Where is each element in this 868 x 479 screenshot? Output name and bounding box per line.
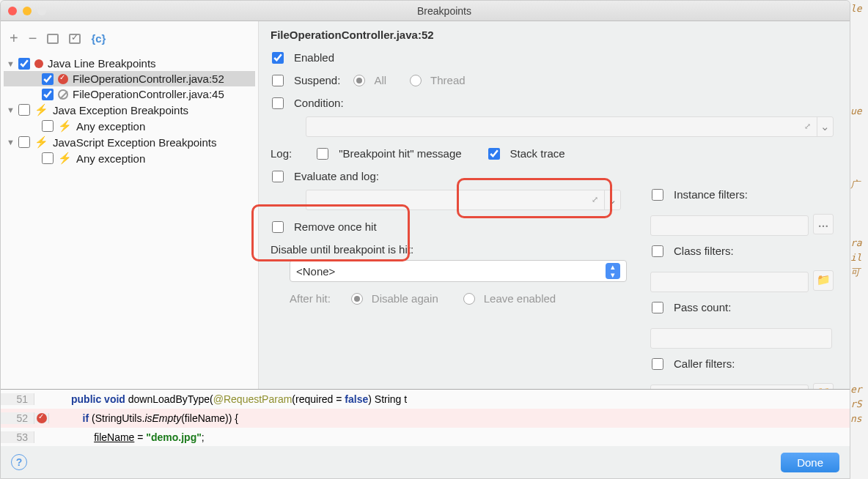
afterhit-label: After hit:: [290, 292, 331, 305]
select-value: <None>: [296, 265, 335, 278]
instancefilters-input[interactable]: [650, 215, 809, 236]
expand-icon[interactable]: ⤢: [804, 122, 811, 131]
remove-breakpoint-button[interactable]: −: [29, 30, 37, 47]
bp-checkbox[interactable]: [42, 73, 54, 85]
code-preview: 51 public void downLoadByType(@RequestPa…: [1, 389, 850, 446]
classfilters-input[interactable]: [650, 272, 809, 292]
zoom-window-button[interactable]: [37, 7, 46, 15]
log-label: Log:: [271, 147, 292, 160]
close-window-button[interactable]: [8, 7, 17, 15]
tree-label: Java Line Breakpoints: [48, 57, 156, 70]
disabled-breakpoint-icon: [58, 89, 68, 100]
tree-label: Any exception: [76, 120, 145, 133]
tree-label: FileOperationController.java:52: [73, 73, 224, 85]
suspend-label: Suspend:: [294, 74, 340, 86]
tree-label: Java Exception Breakpoints: [53, 104, 188, 116]
leaveenabled-label: Leave enabled: [484, 292, 556, 305]
breakpoint-tree-panel: + − {c} ▼ Java Line Breakpoints FileOper…: [1, 21, 259, 448]
done-button[interactable]: Done: [781, 453, 839, 472]
enabled-label: Enabled: [294, 51, 334, 64]
disableagain-radio[interactable]: [351, 293, 363, 305]
all-label: All: [374, 74, 386, 86]
help-button[interactable]: ?: [11, 454, 27, 470]
bolt-icon: ⚡: [58, 119, 72, 133]
evallog-input[interactable]: ⤢⌄: [306, 190, 621, 210]
add-breakpoint-button[interactable]: +: [10, 30, 18, 47]
disableagain-label: Disable again: [372, 292, 438, 305]
expand-icon[interactable]: ⤢: [592, 195, 598, 204]
tree-item-any1[interactable]: ⚡ Any exception: [4, 118, 255, 134]
classfilters-checkbox[interactable]: [652, 245, 663, 257]
group-checkbox[interactable]: [18, 58, 30, 70]
passcount-label: Pass count:: [674, 301, 731, 313]
classfilters-browse-button[interactable]: 📁: [813, 270, 834, 291]
bpmsg-label: "Breakpoint hit" message: [339, 147, 461, 160]
tree-label: FileOperationController.java:45: [73, 88, 224, 100]
breakpoint-icon: [34, 59, 43, 68]
stacktrace-label: Stack trace: [510, 147, 565, 160]
tree-group-java-line[interactable]: ▼ Java Line Breakpoints: [4, 56, 255, 71]
bpmsg-checkbox[interactable]: [317, 148, 328, 160]
condition-input[interactable]: ⤢⌄: [306, 116, 834, 137]
footer: ? Done: [1, 446, 850, 478]
disableuntil-select[interactable]: <None> ▴▾: [290, 260, 627, 282]
tree-label: JavaScript Exception Breakpoints: [53, 136, 216, 149]
bp-checkbox[interactable]: [42, 120, 54, 132]
bp-checkbox[interactable]: [42, 152, 54, 164]
tree-group-js-exception[interactable]: ▼ ⚡ JavaScript Exception Breakpoints: [4, 134, 255, 150]
bolt-icon: ⚡: [34, 135, 48, 149]
breakpoint-detail-panel: FileOperationController.java:52 Enabled …: [259, 21, 850, 448]
enabled-checkbox[interactable]: [272, 52, 284, 64]
evallog-checkbox[interactable]: [272, 171, 284, 182]
suspend-thread-radio[interactable]: [410, 75, 422, 86]
tree-group-java-exception[interactable]: ▼ ⚡ Java Exception Breakpoints: [4, 102, 255, 118]
instancefilters-browse-button[interactable]: …: [813, 214, 834, 234]
removeonce-checkbox[interactable]: [272, 221, 284, 233]
line-number: 53: [1, 431, 34, 443]
breakpoint-gutter-icon[interactable]: [37, 413, 47, 423]
titlebar: Breakpoints: [1, 1, 850, 21]
chevron-down-icon: ▼: [7, 138, 15, 146]
bolt-icon: ⚡: [58, 152, 72, 165]
breakpoint-hit-icon: [58, 74, 68, 84]
line-number: 51: [1, 393, 34, 405]
instancefilters-label: Instance filters:: [674, 188, 748, 201]
chevron-down-icon: ▼: [7, 59, 15, 68]
stacktrace-checkbox[interactable]: [488, 148, 500, 160]
tree-item-any2[interactable]: ⚡ Any exception: [4, 150, 255, 166]
select-arrow-icon: ▴▾: [606, 263, 620, 279]
callerfilters-checkbox[interactable]: [652, 358, 663, 370]
evallog-label: Evaluate and log:: [294, 170, 379, 182]
chevron-down-icon: ▼: [7, 105, 15, 114]
suspend-checkbox[interactable]: [272, 75, 284, 86]
passcount-checkbox[interactable]: [652, 302, 663, 313]
leaveenabled-radio[interactable]: [463, 293, 475, 305]
group-by-button[interactable]: {c}: [91, 32, 106, 45]
instancefilters-checkbox[interactable]: [652, 189, 663, 201]
tree-item-bp1[interactable]: FileOperationController.java:52: [4, 71, 255, 86]
window-title: Breakpoints: [46, 5, 842, 17]
group-checkbox[interactable]: [18, 104, 30, 116]
passcount-input[interactable]: [650, 328, 832, 349]
bp-checkbox[interactable]: [42, 89, 54, 100]
bolt-icon: ⚡: [34, 103, 48, 116]
tree-item-bp2[interactable]: FileOperationController.java:45: [4, 86, 255, 102]
removeonce-label: Remove once hit: [294, 220, 377, 233]
classfilters-label: Class filters:: [674, 245, 734, 257]
callerfilters-label: Caller filters:: [674, 357, 735, 370]
suspend-all-radio[interactable]: [353, 75, 365, 86]
dropdown-icon[interactable]: ⌄: [817, 117, 833, 136]
disableuntil-label: Disable until breakpoint is hit:: [271, 243, 413, 256]
group-checkbox[interactable]: [18, 136, 30, 148]
thread-label: Thread: [430, 74, 466, 86]
view-mode-button-1[interactable]: [47, 34, 59, 44]
view-mode-button-2[interactable]: [69, 34, 81, 44]
line-number: 52: [1, 412, 34, 424]
breakpoint-title: FileOperationController.java:52: [271, 29, 838, 41]
minimize-window-button[interactable]: [23, 7, 32, 15]
dropdown-icon[interactable]: ⌄: [604, 190, 620, 209]
background-code-snippet: leue广rail可errSns: [850, 0, 868, 479]
condition-label: Condition:: [294, 97, 344, 109]
tree-toolbar: + − {c}: [4, 26, 255, 56]
condition-checkbox[interactable]: [272, 97, 284, 109]
